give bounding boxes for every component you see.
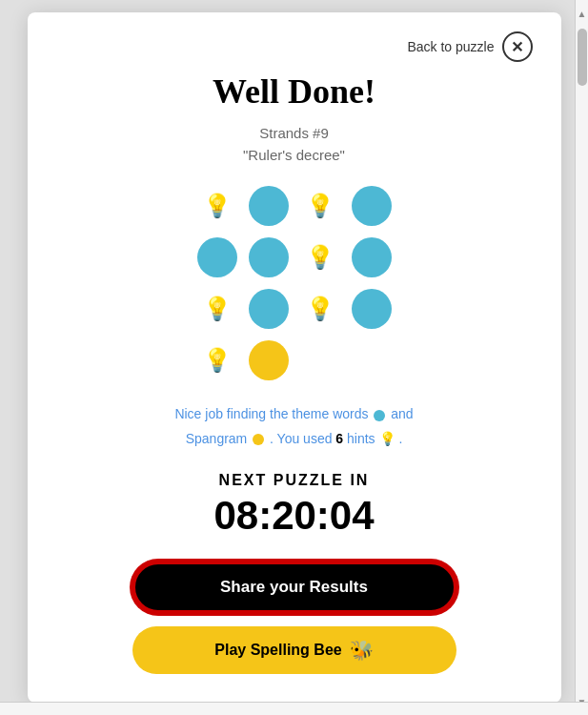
result-part1: Nice job finding the theme words: [174, 406, 368, 421]
blue-circle: [249, 289, 289, 329]
yellow-circle: [249, 340, 289, 380]
grid-cell-16: [349, 337, 395, 383]
spangram-dot-yellow: [253, 434, 264, 445]
horizontal-scrollbar[interactable]: [0, 702, 588, 715]
hint-bulb-icon: 💡: [379, 431, 395, 446]
bee-icon: 🐝: [350, 639, 374, 662]
bulb-icon: 💡: [306, 244, 335, 271]
grid-cell-2: [246, 183, 292, 229]
grid-cell-4: [349, 183, 395, 229]
result-part4: . You used: [270, 431, 332, 446]
result-description: Nice job finding the theme words and Spa…: [174, 402, 413, 450]
result-part5: hints: [347, 431, 375, 446]
next-puzzle-label: NEXT PUZZLE IN: [219, 472, 370, 489]
blue-circle: [249, 186, 289, 226]
modal-header: Back to puzzle ✕: [56, 31, 533, 62]
bulb-icon: 💡: [203, 347, 232, 374]
grid-cell-1: 💡: [194, 183, 240, 229]
share-results-button[interactable]: Share your Results: [132, 562, 456, 613]
bulb-icon: 💡: [306, 193, 335, 219]
grid-cell-13: 💡: [194, 337, 240, 383]
grid-cell-14: [246, 337, 292, 383]
puzzle-theme: "Ruler's decree": [243, 145, 345, 167]
grid-cell-10: [246, 286, 292, 332]
bulb-icon: 💡: [203, 193, 232, 219]
grid-cell-5: [194, 235, 240, 280]
blue-circle: [249, 237, 289, 277]
grid-cell-15: [297, 337, 343, 383]
grid-cell-7: 💡: [297, 235, 343, 280]
blue-circle: [352, 186, 392, 226]
spelling-bee-button[interactable]: Play Spelling Bee 🐝: [132, 626, 456, 674]
bulb-icon: 💡: [306, 296, 335, 322]
scrollbar-thumb[interactable]: [578, 29, 587, 86]
hints-count: 6: [335, 431, 343, 446]
result-period: .: [398, 431, 402, 446]
result-part2: and: [391, 406, 413, 421]
bulb-icon: 💡: [203, 296, 232, 322]
result-part3: Spangram: [186, 431, 248, 446]
grid-cell-12: [349, 286, 395, 332]
result-modal: Back to puzzle ✕ Well Done! Strands #9 "…: [28, 12, 561, 702]
puzzle-number: Strands #9: [243, 123, 345, 145]
blue-circle: [197, 237, 237, 277]
scroll-up-arrow[interactable]: ▲: [576, 4, 589, 23]
grid-cell-8: [349, 235, 395, 280]
close-button[interactable]: ✕: [502, 31, 533, 62]
result-grid: 💡 💡 💡 💡 💡 💡: [194, 183, 395, 383]
puzzle-subtitle: Strands #9 "Ruler's decree": [243, 123, 345, 166]
grid-cell-3: 💡: [297, 183, 343, 229]
blue-circle: [352, 237, 392, 277]
blue-circle: [352, 289, 392, 329]
grid-cell-11: 💡: [297, 286, 343, 332]
grid-cell-9: 💡: [194, 286, 240, 332]
theme-dot-blue: [374, 410, 385, 421]
grid-cell-6: [246, 235, 292, 280]
countdown-timer: 08:20:04: [213, 493, 374, 539]
spelling-bee-label: Play Spelling Bee: [214, 642, 341, 659]
vertical-scrollbar[interactable]: ▲ ▼: [575, 0, 588, 715]
page-title: Well Done!: [213, 72, 375, 112]
back-to-puzzle-link[interactable]: Back to puzzle: [407, 39, 494, 54]
